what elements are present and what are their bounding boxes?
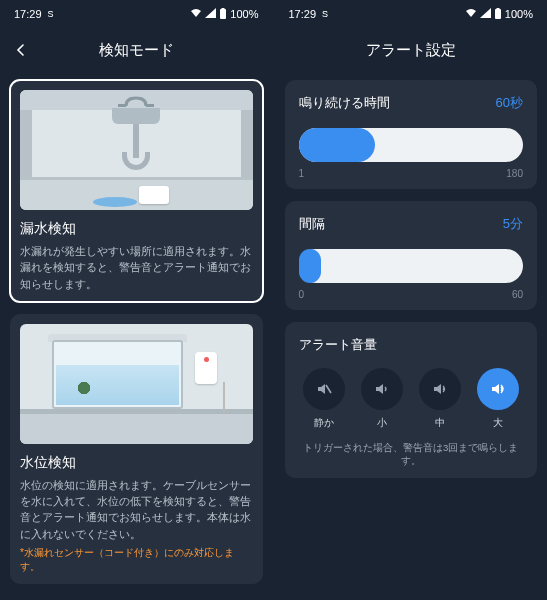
volume-title: アラート音量 bbox=[299, 336, 524, 354]
volume-low-button[interactable] bbox=[361, 368, 403, 410]
interval-setting: 間隔 5分 0 60 bbox=[285, 201, 538, 310]
left-phone-screen: 17:29 S 100% 検知モード bbox=[0, 0, 273, 600]
page-title: 検知モード bbox=[99, 41, 174, 60]
status-bar: 17:29 S 100% bbox=[275, 0, 548, 28]
svg-rect-5 bbox=[496, 8, 499, 10]
status-indicator: S bbox=[322, 9, 328, 19]
volume-note: トリガーされた場合、警告音は3回まで鳴らします。 bbox=[299, 442, 524, 468]
interval-label: 間隔 bbox=[299, 215, 325, 233]
volume-high-button[interactable] bbox=[477, 368, 519, 410]
duration-value: 60秒 bbox=[496, 94, 523, 112]
right-phone-screen: 17:29 S 100% アラート設定 鳴り続ける時間 60秒 1 180 bbox=[275, 0, 548, 600]
duration-setting: 鳴り続ける時間 60秒 1 180 bbox=[285, 80, 538, 189]
signal-icon bbox=[480, 8, 491, 20]
volume-label: 大 bbox=[493, 416, 503, 430]
mode-card-leak[interactable]: 漏水検知 水漏れが発生しやすい場所に適用されます。水漏れを検知すると、警告音とア… bbox=[10, 80, 263, 302]
app-header: 検知モード bbox=[0, 28, 273, 72]
waterlevel-illustration bbox=[20, 324, 253, 444]
svg-rect-1 bbox=[222, 8, 225, 10]
volume-label: 中 bbox=[435, 416, 445, 430]
page-title: アラート設定 bbox=[366, 41, 456, 60]
svg-rect-0 bbox=[220, 9, 226, 19]
battery-icon bbox=[219, 8, 227, 21]
status-bar: 17:29 S 100% bbox=[0, 0, 273, 28]
volume-label: 静か bbox=[314, 416, 334, 430]
svg-line-6 bbox=[326, 385, 331, 393]
battery-text: 100% bbox=[505, 8, 533, 20]
card-note: *水漏れセンサー（コード付き）にのみ対応します。 bbox=[20, 546, 253, 574]
wifi-icon bbox=[465, 8, 477, 20]
interval-value: 5分 bbox=[503, 215, 523, 233]
status-indicator: S bbox=[48, 9, 54, 19]
status-time: 17:29 bbox=[14, 8, 42, 20]
leak-illustration bbox=[20, 90, 253, 210]
battery-icon bbox=[494, 8, 502, 21]
duration-slider[interactable] bbox=[299, 128, 524, 162]
card-title: 水位検知 bbox=[20, 454, 253, 472]
status-time: 17:29 bbox=[289, 8, 317, 20]
signal-icon bbox=[205, 8, 216, 20]
card-desc: 水漏れが発生しやすい場所に適用されます。水漏れを検知すると、警告音とアラート通知… bbox=[20, 243, 253, 292]
duration-max: 180 bbox=[506, 168, 523, 179]
volume-setting: アラート音量 静か 小 中 bbox=[285, 322, 538, 478]
svg-rect-3 bbox=[146, 104, 154, 107]
volume-label: 小 bbox=[377, 416, 387, 430]
interval-min: 0 bbox=[299, 289, 305, 300]
interval-slider[interactable] bbox=[299, 249, 524, 283]
interval-max: 60 bbox=[512, 289, 523, 300]
svg-rect-2 bbox=[118, 104, 126, 107]
wifi-icon bbox=[190, 8, 202, 20]
volume-mute-button[interactable] bbox=[303, 368, 345, 410]
mode-card-waterlevel[interactable]: 水位検知 水位の検知に適用されます。ケーブルセンサーを水に入れて、水位の低下を検… bbox=[10, 314, 263, 584]
back-button[interactable] bbox=[10, 39, 32, 61]
duration-min: 1 bbox=[299, 168, 305, 179]
app-header: アラート設定 bbox=[275, 28, 548, 72]
svg-rect-4 bbox=[495, 9, 501, 19]
card-title: 漏水検知 bbox=[20, 220, 253, 238]
duration-label: 鳴り続ける時間 bbox=[299, 94, 390, 112]
card-desc: 水位の検知に適用されます。ケーブルセンサーを水に入れて、水位の低下を検知すると、… bbox=[20, 477, 253, 542]
battery-text: 100% bbox=[230, 8, 258, 20]
volume-mid-button[interactable] bbox=[419, 368, 461, 410]
